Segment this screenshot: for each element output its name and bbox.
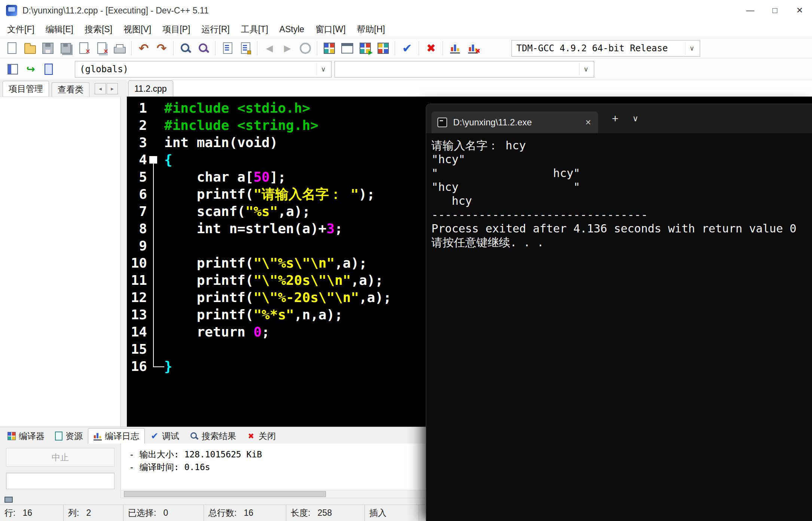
debug-button[interactable] bbox=[398, 39, 416, 57]
code-text: printf("请输入名字： "); bbox=[164, 186, 375, 203]
undo-button[interactable] bbox=[135, 39, 153, 57]
line-number: 8 bbox=[131, 220, 147, 237]
status-cell: 插入 bbox=[365, 505, 419, 521]
status-cell: 列: 2 bbox=[64, 505, 123, 521]
new-file-button[interactable] bbox=[3, 39, 21, 57]
scrollbar-thumb[interactable] bbox=[124, 491, 326, 497]
run-button[interactable] bbox=[338, 39, 356, 57]
menu-file[interactable]: 文件[F] bbox=[1, 21, 40, 38]
close-all-button[interactable] bbox=[93, 39, 111, 57]
close-tab-icon[interactable]: ✕ bbox=[581, 116, 595, 129]
goto-definition-button[interactable] bbox=[296, 39, 314, 57]
code-text: #include <string.h> bbox=[164, 117, 318, 134]
tab-class-viewer[interactable]: 查看类 bbox=[52, 82, 89, 97]
devcpp-window: D:\yunxing\11.2.cpp - [Executing] - Dev-… bbox=[0, 0, 812, 521]
status-cell: 已选择: 0 bbox=[123, 505, 204, 521]
goto-bookmark-icon bbox=[45, 64, 53, 75]
insert-snippet-button[interactable] bbox=[4, 60, 22, 78]
goto-line-button[interactable] bbox=[219, 39, 236, 57]
toggle-bookmark-button[interactable] bbox=[236, 39, 254, 57]
open-file-icon bbox=[24, 45, 36, 54]
compiler-select-value: TDM-GCC 4.9.2 64-bit Release bbox=[516, 43, 668, 54]
terminal-tab[interactable]: D:\yunxing\11.2.exe ✕ bbox=[431, 112, 598, 133]
new-tab-button[interactable]: + bbox=[608, 111, 623, 126]
tab-label: 资源 bbox=[65, 430, 83, 442]
replace-button[interactable] bbox=[195, 39, 213, 57]
code-text: #include <stdio.h> bbox=[164, 100, 310, 117]
toggle-bookmark-2-button[interactable] bbox=[22, 60, 40, 78]
terminal-line: 请按任意键继续. . . bbox=[431, 235, 812, 249]
globals-select[interactable]: (globals) ∨ bbox=[75, 61, 332, 77]
abort-compile-button[interactable] bbox=[422, 39, 440, 57]
minimize-button[interactable]: — bbox=[738, 0, 763, 21]
goto-line-icon bbox=[223, 42, 232, 54]
abort-button[interactable]: 中止 bbox=[6, 448, 115, 467]
fold-guide-line bbox=[153, 164, 164, 367]
code-text: int n=strlen(a)+3; bbox=[164, 220, 343, 237]
fold-marker[interactable] bbox=[149, 156, 157, 164]
panel-splitter[interactable] bbox=[120, 97, 127, 427]
close-file-button[interactable] bbox=[75, 39, 93, 57]
profile-analysis-button[interactable] bbox=[446, 39, 464, 57]
terminal-line: 请输入名字： hcy bbox=[431, 138, 812, 152]
rebuild-all-icon bbox=[378, 43, 389, 54]
close-button[interactable]: ✕ bbox=[787, 0, 812, 21]
members-select[interactable]: ∨ bbox=[335, 61, 594, 77]
editor-tab-11-2-cpp[interactable]: 11.2.cpp bbox=[128, 80, 173, 97]
terminal-output[interactable]: 请输入名字： hcy"hcy"" hcy""hcy " hcy---------… bbox=[426, 133, 812, 521]
open-file-button[interactable] bbox=[21, 39, 39, 57]
tab-label: 编译器 bbox=[19, 430, 45, 442]
find-button[interactable] bbox=[177, 39, 195, 57]
menu-view[interactable]: 视图[V] bbox=[118, 21, 157, 38]
chevron-down-icon[interactable]: ∨ bbox=[685, 42, 698, 55]
tab-debug[interactable]: 调试 bbox=[145, 429, 184, 444]
delete-profiling-button[interactable] bbox=[464, 39, 482, 57]
rebuild-all-button[interactable] bbox=[374, 39, 392, 57]
toolbar-separator bbox=[215, 41, 216, 55]
compile-icon bbox=[324, 43, 335, 54]
tab-search-results[interactable]: 搜索结果 bbox=[184, 429, 241, 444]
code-text: printf("\"%s\"\n",a); bbox=[164, 255, 367, 272]
print-button[interactable] bbox=[111, 39, 129, 57]
tab-scroll-right-icon[interactable]: ▸ bbox=[107, 83, 118, 94]
save-all-button[interactable] bbox=[57, 39, 75, 57]
terminal-tab-title: D:\yunxing\11.2.exe bbox=[453, 117, 581, 128]
toolbar-separator bbox=[443, 41, 443, 55]
navigate-forward-button[interactable] bbox=[278, 39, 296, 57]
undo-icon bbox=[139, 41, 149, 55]
navigate-back-icon bbox=[266, 43, 273, 54]
menu-help[interactable]: 帮助[H] bbox=[351, 21, 391, 38]
code-text: } bbox=[164, 358, 173, 375]
save-button[interactable] bbox=[39, 39, 57, 57]
tab-scroll-left-icon[interactable]: ◂ bbox=[95, 83, 106, 94]
compile-run-button[interactable] bbox=[356, 39, 374, 57]
redo-button[interactable] bbox=[153, 39, 171, 57]
code-text: int main(void) bbox=[164, 134, 278, 151]
navigate-forward-icon bbox=[284, 43, 291, 54]
menu-tools[interactable]: 工具[T] bbox=[235, 21, 274, 38]
save-all-icon bbox=[61, 43, 71, 54]
code-text: { bbox=[164, 151, 173, 168]
chevron-down-icon[interactable]: ∨ bbox=[317, 63, 330, 76]
line-number: 13 bbox=[131, 306, 147, 323]
tab-dropdown-icon[interactable]: ∨ bbox=[628, 111, 643, 126]
tab-close[interactable]: 关闭 bbox=[241, 429, 281, 444]
compiler-select[interactable]: TDM-GCC 4.9.2 64-bit Release ∨ bbox=[512, 40, 700, 57]
tab-resources[interactable]: 资源 bbox=[50, 429, 88, 444]
menu-execute[interactable]: 运行[R] bbox=[196, 21, 235, 38]
chevron-down-icon[interactable]: ∨ bbox=[579, 63, 592, 76]
maximize-button[interactable]: □ bbox=[763, 0, 787, 21]
navigate-back-button[interactable] bbox=[260, 39, 278, 57]
main-toolbar: TDM-GCC 4.9.2 64-bit Release ∨ bbox=[0, 38, 812, 58]
resources-icon bbox=[55, 432, 62, 441]
tab-project-manager[interactable]: 项目管理 bbox=[3, 81, 49, 97]
menu-window[interactable]: 窗口[W] bbox=[310, 21, 351, 38]
menu-astyle[interactable]: AStyle bbox=[274, 21, 310, 38]
compile-button[interactable] bbox=[320, 39, 338, 57]
menu-project[interactable]: 项目[P] bbox=[157, 21, 196, 38]
menu-search[interactable]: 搜索[S] bbox=[79, 21, 118, 38]
goto-bookmark-button[interactable] bbox=[40, 60, 58, 78]
menu-edit[interactable]: 编辑[E] bbox=[40, 21, 79, 38]
tab-compiler[interactable]: 编译器 bbox=[2, 429, 50, 444]
tab-compile-log[interactable]: 编译日志 bbox=[88, 428, 145, 444]
